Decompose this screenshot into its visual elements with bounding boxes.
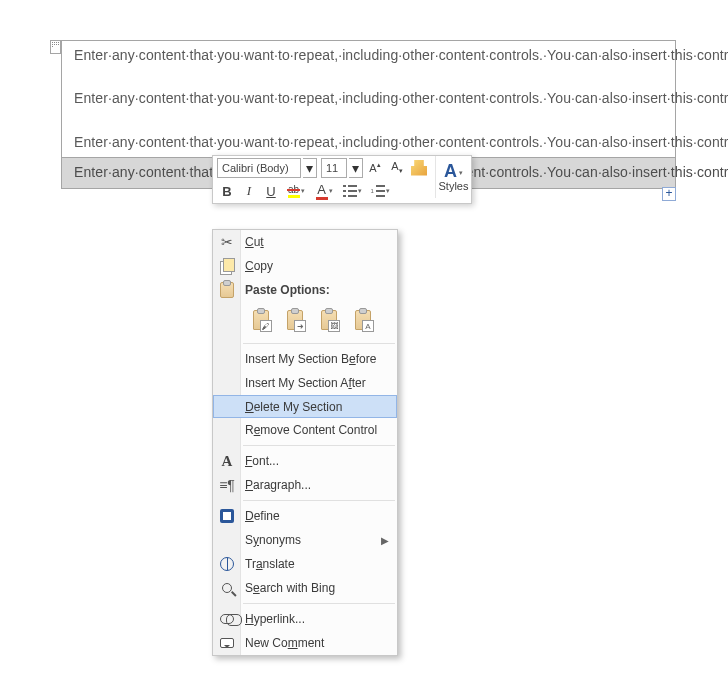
numbering-icon [371, 185, 385, 197]
underline-icon: U [266, 184, 275, 199]
menu-item-synonyms[interactable]: Synonyms ▶ Synonyms [213, 528, 397, 552]
menu-item-font[interactable]: A Font... Font... [213, 449, 397, 473]
paste-picture-button[interactable]: 🖼 [315, 306, 343, 334]
paragraph-text: Enter·any·content·that·you·want·to·repea… [74, 90, 728, 106]
shrink-font-icon: A▾ [391, 160, 402, 175]
chevron-down-icon: ▾ [352, 160, 359, 176]
menu-item-insert-after[interactable]: Insert My Section After Insert My Sectio… [213, 371, 397, 395]
chevron-down-icon: ▾ [358, 187, 362, 195]
underline-button[interactable]: U [261, 181, 281, 201]
table-move-handle[interactable] [50, 40, 61, 54]
paragraph-text: Enter·any·content·that·you·want·to·repea… [74, 134, 728, 150]
clipboard-icon: A [355, 310, 371, 330]
italic-icon: I [247, 183, 251, 199]
menu-item-translate[interactable]: Translate Translate [213, 552, 397, 576]
book-icon [220, 509, 234, 523]
paragraph-text: Enter·any·content·that·you·want·to·repea… [74, 47, 728, 63]
table-row[interactable]: Enter·any·content·that·you·want·to·repea… [62, 41, 675, 157]
clipboard-icon: 🖼 [321, 310, 337, 330]
paste-options-row: 🖌 ➜ 🖼 A [213, 302, 397, 340]
highlight-button[interactable]: ab▾ [283, 181, 309, 201]
bullets-icon [343, 185, 357, 197]
menu-item-new-comment[interactable]: New Comment New Comment [213, 631, 397, 655]
comment-icon [220, 638, 234, 648]
menu-item-search-bing[interactable]: Search with Bing Search with Bing [213, 576, 397, 600]
font-name-input[interactable]: Calibri (Body) [217, 158, 301, 178]
styles-label: Styles [439, 180, 469, 192]
menu-item-insert-before[interactable]: Insert My Section Before Insert My Secti… [213, 347, 397, 371]
bold-button[interactable]: B [217, 181, 237, 201]
paragraph-icon: ≡¶ [219, 477, 235, 493]
mini-toolbar: Calibri (Body) ▾ 11 ▾ A▴ A▾ B I U ab▾ A▾… [212, 155, 472, 204]
styles-button[interactable]: A Styles [435, 156, 471, 198]
grow-font-icon: A▴ [369, 161, 380, 174]
italic-button[interactable]: I [239, 181, 259, 201]
paste-merge-button[interactable]: ➜ [281, 306, 309, 334]
chevron-down-icon: ▾ [329, 187, 333, 195]
bold-icon: B [222, 184, 231, 199]
paste-text-only-button[interactable]: A [349, 306, 377, 334]
submenu-arrow-icon: ▶ [381, 535, 389, 546]
paste-keep-source-button[interactable]: 🖌 [247, 306, 275, 334]
font-color-icon: A [316, 182, 328, 200]
shrink-font-button[interactable]: A▾ [387, 158, 407, 178]
menu-item-hyperlink[interactable]: Hyperlink... Hyperlink... [213, 607, 397, 631]
menu-item-remove-cc[interactable]: Remove Content Control Remove Content Co… [213, 418, 397, 442]
menu-separator [243, 500, 395, 501]
format-painter-icon [411, 160, 427, 176]
menu-separator [243, 603, 395, 604]
search-icon [222, 583, 232, 593]
clipboard-icon [220, 282, 234, 298]
menu-separator [243, 343, 395, 344]
menu-item-copy[interactable]: Copy Copy [213, 254, 397, 278]
clipboard-icon: 🖌 [253, 310, 269, 330]
menu-item-paragraph[interactable]: ≡¶ Paragraph... Paragraph... [213, 473, 397, 497]
font-color-button[interactable]: A▾ [311, 181, 337, 201]
font-size-dropdown[interactable]: ▾ [349, 158, 363, 178]
styles-icon: A [444, 162, 463, 180]
menu-header-paste-options: Paste Options: [213, 278, 397, 302]
numbering-button[interactable]: ▾ [367, 181, 393, 201]
clipboard-icon: ➜ [287, 310, 303, 330]
globe-icon [220, 557, 234, 571]
menu-separator [243, 445, 395, 446]
font-size-input[interactable]: 11 [321, 158, 347, 178]
link-icon [220, 614, 234, 624]
highlight-icon: ab [288, 184, 300, 198]
font-name-dropdown[interactable]: ▾ [303, 158, 317, 178]
chevron-down-icon: ▾ [386, 187, 390, 195]
menu-item-cut[interactable]: ✂ Cut Cut [213, 230, 397, 254]
font-icon: A [222, 453, 233, 470]
menu-item-delete-section[interactable]: Delete My Section Delete My Section [213, 395, 397, 418]
copy-icon [220, 259, 234, 273]
context-menu: ✂ Cut Cut Copy Copy Paste Options: 🖌 ➜ 🖼… [212, 229, 398, 656]
grow-font-button[interactable]: A▴ [365, 158, 385, 178]
menu-item-define[interactable]: Define Define [213, 504, 397, 528]
bullets-button[interactable]: ▾ [339, 181, 365, 201]
chevron-down-icon: ▾ [301, 187, 305, 195]
format-painter-button[interactable] [409, 158, 429, 178]
chevron-down-icon: ▾ [306, 160, 313, 176]
add-section-button[interactable]: + [662, 187, 676, 201]
scissors-icon: ✂ [221, 234, 233, 250]
